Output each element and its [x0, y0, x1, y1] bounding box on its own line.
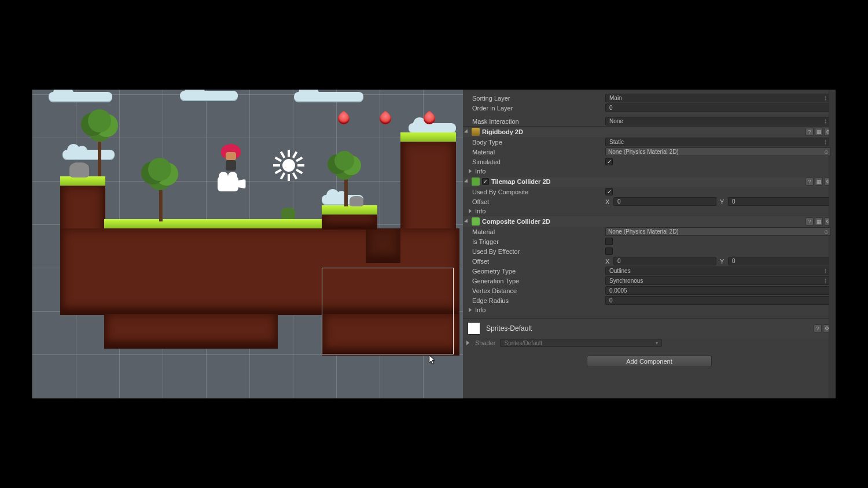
help-icon[interactable]: ? — [806, 217, 814, 225]
cc-material-label: Material — [471, 228, 605, 235]
sorting-layer-row: Sorting Layer Main — [463, 93, 836, 103]
shader-row: Shader Sprites/Default — [463, 338, 836, 347]
light-gizmo-icon[interactable] — [274, 151, 303, 180]
geometry-type-row: Geometry Type Outlines — [463, 266, 836, 276]
used-by-composite-label: Used By Composite — [471, 188, 605, 195]
cc-offset-row: Offset X0 Y0 — [463, 256, 836, 266]
tc-offset-row: Offset X0 Y0 — [463, 197, 836, 206]
foldout-icon[interactable] — [466, 341, 469, 345]
tc-info-label: Info — [475, 208, 486, 215]
tile-dirt — [322, 215, 377, 230]
mask-interaction-dropdown[interactable]: None — [605, 117, 831, 125]
help-icon[interactable]: ? — [814, 324, 822, 332]
tc-offset-x-field[interactable]: 0 — [613, 197, 716, 206]
tilemap-collider-icon — [472, 178, 480, 186]
is-trigger-row: Is Trigger — [463, 236, 836, 246]
geometry-type-label: Geometry Type — [471, 268, 605, 275]
vertex-distance-field[interactable]: 0.0005 — [605, 286, 831, 295]
generation-type-dropdown[interactable]: Synchronous — [605, 276, 831, 285]
player-sprite — [221, 144, 242, 174]
cc-material-field[interactable]: None (Physics Material 2D) — [605, 227, 831, 236]
rb-info-label: Info — [475, 168, 486, 175]
editor-window: Sorting Layer Main Order in Layer 0 Mask… — [32, 90, 836, 398]
preset-icon[interactable]: ▦ — [815, 217, 823, 225]
shader-label: Shader — [475, 339, 495, 346]
tilemap-collider-header[interactable]: Tilemap Collider 2D ? ▦ ⚙ — [463, 176, 836, 187]
rigidbody-icon — [472, 128, 480, 136]
used-by-effector-row: Used By Effector — [463, 246, 836, 256]
y-label: Y — [720, 198, 726, 205]
material-preview-icon — [468, 322, 480, 335]
sorting-layer-label: Sorting Layer — [471, 95, 605, 102]
sorting-layer-dropdown[interactable]: Main — [605, 94, 831, 102]
cloud-sprite — [49, 92, 112, 101]
tc-info-row[interactable]: Info — [463, 206, 836, 216]
rb-material-label: Material — [471, 149, 605, 156]
rigidbody2d-header[interactable]: Rigidbody 2D ? ▦ ⚙ — [463, 126, 836, 137]
selection-rect — [322, 268, 454, 354]
foldout-icon[interactable] — [464, 179, 469, 184]
cc-offset-y-field[interactable]: 0 — [728, 257, 831, 265]
cc-info-label: Info — [475, 306, 486, 313]
camera-gizmo-icon[interactable] — [218, 172, 247, 193]
cc-material-row: Material None (Physics Material 2D) — [463, 227, 836, 236]
rb-info-row[interactable]: Info — [463, 167, 836, 176]
cloud-sprite — [409, 123, 456, 132]
simulated-row: Simulated — [463, 157, 836, 167]
material-name: Sprites-Default — [486, 324, 808, 332]
cc-info-row[interactable]: Info — [463, 305, 836, 315]
simulated-label: Simulated — [471, 158, 605, 165]
foldout-icon[interactable] — [469, 308, 472, 312]
shader-dropdown[interactable]: Sprites/Default — [500, 339, 662, 347]
foldout-icon[interactable] — [469, 209, 472, 213]
vertex-distance-label: Vertex Distance — [471, 287, 605, 294]
gem-sprite — [336, 110, 352, 127]
edge-radius-row: Edge Radius 0 — [463, 295, 836, 305]
generation-type-row: Generation Type Synchronous — [463, 276, 836, 286]
generation-type-label: Generation Type — [471, 278, 605, 284]
used-by-composite-checkbox[interactable] — [605, 188, 613, 195]
material-header[interactable]: Sprites-Default ? ⚙ — [463, 318, 836, 338]
mask-interaction-label: Mask Interaction — [471, 118, 605, 125]
cursor-icon — [429, 356, 436, 365]
is-trigger-checkbox[interactable] — [605, 238, 613, 245]
inspector-panel: Sorting Layer Main Order in Layer 0 Mask… — [463, 90, 836, 398]
gem-sprite — [377, 110, 393, 127]
geometry-type-dropdown[interactable]: Outlines — [605, 267, 831, 275]
rb-material-row: Material None (Physics Material 2D) — [463, 147, 836, 157]
tilemap-collider-enabled-checkbox[interactable] — [482, 178, 489, 185]
foldout-icon[interactable] — [464, 219, 469, 224]
order-in-layer-row: Order in Layer 0 — [463, 103, 836, 113]
tc-offset-y-field[interactable]: 0 — [728, 197, 831, 206]
composite-collider-header[interactable]: Composite Collider 2D ? ▦ ⚙ — [463, 216, 836, 227]
y-label: Y — [720, 258, 726, 265]
composite-collider-icon — [472, 217, 480, 225]
x-label: X — [605, 258, 611, 265]
help-icon[interactable]: ? — [806, 128, 814, 136]
x-label: X — [605, 198, 611, 205]
used-by-composite-row: Used By Composite — [463, 187, 836, 197]
used-by-effector-checkbox[interactable] — [605, 247, 613, 255]
tile-dirt — [104, 314, 278, 349]
body-type-dropdown[interactable]: Static — [605, 138, 831, 146]
simulated-checkbox[interactable] — [605, 158, 613, 165]
help-icon[interactable]: ? — [806, 178, 814, 186]
cloud-sprite — [294, 92, 363, 101]
scene-view[interactable] — [32, 90, 463, 398]
preset-icon[interactable]: ▦ — [815, 128, 823, 136]
composite-collider-title: Composite Collider 2D — [482, 218, 550, 225]
cc-offset-x-field[interactable]: 0 — [613, 257, 716, 265]
add-component-button[interactable]: Add Component — [587, 356, 712, 367]
foldout-icon[interactable] — [464, 129, 469, 134]
edge-radius-field[interactable]: 0 — [605, 296, 831, 305]
order-in-layer-field[interactable]: 0 — [605, 103, 831, 112]
order-in-layer-label: Order in Layer — [471, 105, 605, 112]
cc-offset-label: Offset — [471, 258, 605, 265]
is-trigger-label: Is Trigger — [471, 238, 605, 245]
preset-icon[interactable]: ▦ — [815, 178, 823, 186]
rock-sprite — [69, 162, 89, 178]
scrollbar[interactable] — [829, 90, 836, 398]
rb-material-field[interactable]: None (Physics Material 2D) — [605, 147, 831, 156]
body-type-label: Body Type — [471, 139, 605, 146]
foldout-icon[interactable] — [469, 169, 472, 173]
